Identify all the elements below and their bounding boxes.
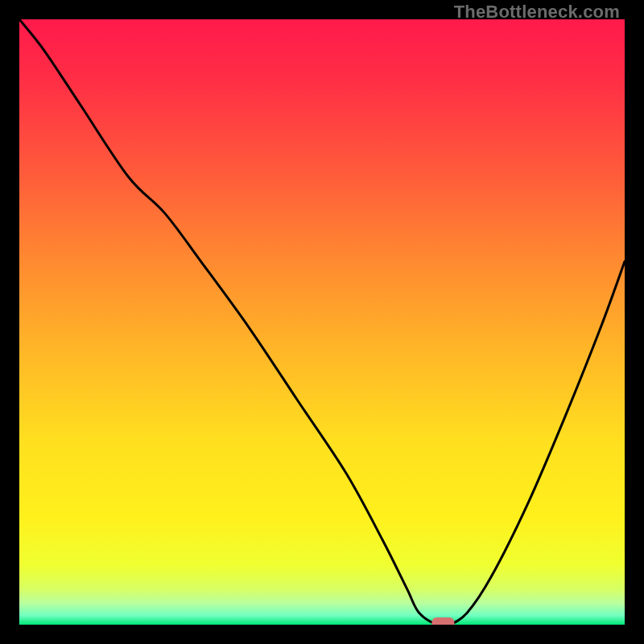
chart-svg — [19, 19, 625, 625]
gradient-background — [19, 19, 625, 625]
optimum-marker — [431, 617, 454, 625]
watermark-text: TheBottleneck.com — [454, 2, 620, 23]
